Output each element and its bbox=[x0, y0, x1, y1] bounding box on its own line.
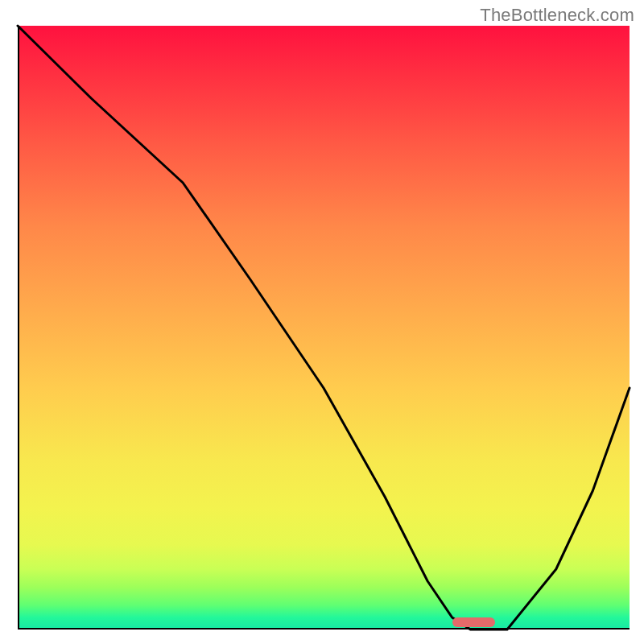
optimal-range-marker bbox=[452, 617, 495, 627]
chart-frame: TheBottleneck.com bbox=[0, 0, 644, 644]
bottleneck-curve bbox=[18, 26, 630, 630]
watermark-text: TheBottleneck.com bbox=[480, 5, 634, 26]
